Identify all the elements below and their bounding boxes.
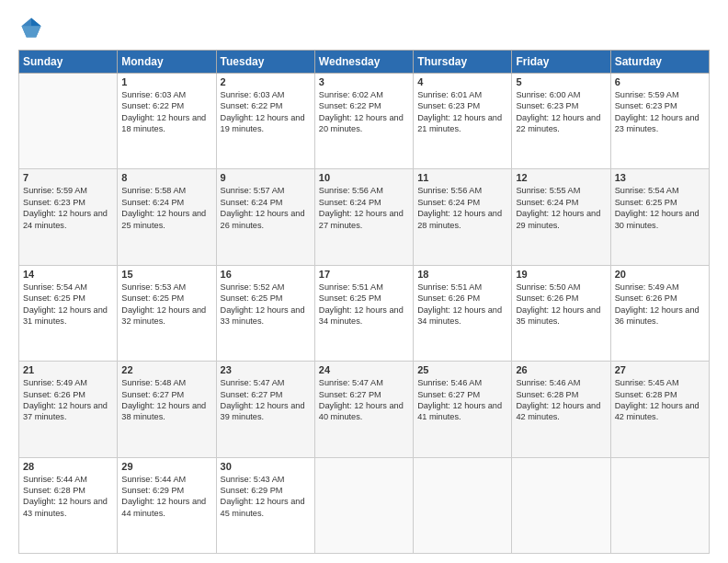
calendar-cell: 8Sunrise: 5:58 AMSunset: 6:24 PMDaylight… bbox=[118, 169, 216, 265]
day-number: 7 bbox=[23, 172, 113, 183]
day-number: 12 bbox=[516, 172, 606, 183]
calendar-cell: 9Sunrise: 5:57 AMSunset: 6:24 PMDaylight… bbox=[216, 169, 314, 265]
weekday-header-friday: Friday bbox=[512, 51, 610, 74]
day-info: Sunrise: 5:47 AMSunset: 6:27 PMDaylight:… bbox=[319, 377, 409, 423]
calendar-cell: 15Sunrise: 5:53 AMSunset: 6:25 PMDayligh… bbox=[118, 265, 216, 361]
weekday-header-tuesday: Tuesday bbox=[216, 51, 314, 74]
page: SundayMondayTuesdayWednesdayThursdayFrid… bbox=[0, 0, 728, 563]
calendar-week-2: 7Sunrise: 5:59 AMSunset: 6:23 PMDaylight… bbox=[19, 169, 710, 265]
day-number: 21 bbox=[23, 364, 113, 375]
calendar-cell: 27Sunrise: 5:45 AMSunset: 6:28 PMDayligh… bbox=[610, 362, 709, 457]
calendar-cell: 20Sunrise: 5:49 AMSunset: 6:26 PMDayligh… bbox=[610, 265, 709, 361]
calendar-cell: 24Sunrise: 5:47 AMSunset: 6:27 PMDayligh… bbox=[314, 362, 413, 457]
day-info: Sunrise: 5:50 AMSunset: 6:26 PMDaylight:… bbox=[516, 282, 606, 327]
day-number: 2 bbox=[221, 76, 311, 87]
calendar-cell: 6Sunrise: 5:59 AMSunset: 6:23 PMDaylight… bbox=[610, 74, 709, 169]
svg-marker-1 bbox=[31, 18, 41, 27]
calendar-cell bbox=[314, 457, 413, 553]
day-info: Sunrise: 5:56 AMSunset: 6:24 PMDaylight:… bbox=[417, 185, 507, 231]
calendar-cell: 1Sunrise: 6:03 AMSunset: 6:22 PMDaylight… bbox=[118, 74, 216, 169]
weekday-header-monday: Monday bbox=[118, 51, 216, 74]
calendar-cell: 29Sunrise: 5:44 AMSunset: 6:29 PMDayligh… bbox=[118, 457, 216, 553]
calendar-cell: 25Sunrise: 5:46 AMSunset: 6:27 PMDayligh… bbox=[414, 362, 512, 457]
calendar-cell bbox=[414, 457, 512, 553]
calendar-header-row: SundayMondayTuesdayWednesdayThursdayFrid… bbox=[19, 51, 710, 74]
day-number: 15 bbox=[121, 269, 211, 280]
day-info: Sunrise: 5:43 AMSunset: 6:29 PMDaylight:… bbox=[221, 474, 311, 520]
day-info: Sunrise: 5:49 AMSunset: 6:26 PMDaylight:… bbox=[615, 282, 705, 327]
calendar-week-5: 28Sunrise: 5:44 AMSunset: 6:28 PMDayligh… bbox=[19, 457, 710, 553]
calendar-cell: 23Sunrise: 5:47 AMSunset: 6:27 PMDayligh… bbox=[216, 362, 314, 457]
day-number: 23 bbox=[221, 364, 311, 375]
day-number: 5 bbox=[516, 76, 606, 87]
day-info: Sunrise: 6:03 AMSunset: 6:22 PMDaylight:… bbox=[121, 89, 211, 135]
day-info: Sunrise: 5:51 AMSunset: 6:26 PMDaylight:… bbox=[417, 282, 507, 327]
day-number: 6 bbox=[615, 76, 705, 87]
day-number: 22 bbox=[121, 364, 211, 375]
day-info: Sunrise: 5:59 AMSunset: 6:23 PMDaylight:… bbox=[615, 89, 705, 135]
day-info: Sunrise: 5:49 AMSunset: 6:26 PMDaylight:… bbox=[23, 377, 113, 423]
day-info: Sunrise: 5:54 AMSunset: 6:25 PMDaylight:… bbox=[615, 185, 705, 231]
day-number: 10 bbox=[319, 172, 409, 183]
day-number: 24 bbox=[319, 364, 409, 375]
calendar-table: SundayMondayTuesdayWednesdayThursdayFrid… bbox=[18, 50, 710, 554]
day-number: 29 bbox=[121, 461, 211, 472]
day-info: Sunrise: 5:57 AMSunset: 6:24 PMDaylight:… bbox=[221, 185, 311, 231]
calendar-cell: 12Sunrise: 5:55 AMSunset: 6:24 PMDayligh… bbox=[512, 169, 610, 265]
logo-icon bbox=[18, 15, 44, 40]
day-info: Sunrise: 5:58 AMSunset: 6:24 PMDaylight:… bbox=[121, 185, 211, 231]
day-number: 13 bbox=[615, 172, 705, 183]
calendar-cell: 17Sunrise: 5:51 AMSunset: 6:25 PMDayligh… bbox=[314, 265, 413, 361]
day-number: 11 bbox=[417, 172, 507, 183]
calendar-week-1: 1Sunrise: 6:03 AMSunset: 6:22 PMDaylight… bbox=[19, 74, 710, 169]
day-info: Sunrise: 5:55 AMSunset: 6:24 PMDaylight:… bbox=[516, 185, 606, 231]
calendar-cell: 13Sunrise: 5:54 AMSunset: 6:25 PMDayligh… bbox=[610, 169, 709, 265]
day-info: Sunrise: 6:01 AMSunset: 6:23 PMDaylight:… bbox=[417, 89, 507, 135]
weekday-header-wednesday: Wednesday bbox=[314, 51, 413, 74]
calendar-cell: 5Sunrise: 6:00 AMSunset: 6:23 PMDaylight… bbox=[512, 74, 610, 169]
weekday-header-thursday: Thursday bbox=[414, 51, 512, 74]
day-number: 25 bbox=[417, 364, 507, 375]
day-info: Sunrise: 6:00 AMSunset: 6:23 PMDaylight:… bbox=[516, 89, 606, 135]
day-info: Sunrise: 5:46 AMSunset: 6:28 PMDaylight:… bbox=[516, 377, 606, 423]
calendar-cell: 21Sunrise: 5:49 AMSunset: 6:26 PMDayligh… bbox=[19, 362, 118, 457]
weekday-header-sunday: Sunday bbox=[19, 51, 118, 74]
day-number: 28 bbox=[23, 461, 113, 472]
logo bbox=[18, 15, 48, 40]
day-number: 19 bbox=[516, 269, 606, 280]
day-info: Sunrise: 5:59 AMSunset: 6:23 PMDaylight:… bbox=[23, 185, 113, 231]
calendar-cell: 28Sunrise: 5:44 AMSunset: 6:28 PMDayligh… bbox=[19, 457, 118, 553]
calendar-week-4: 21Sunrise: 5:49 AMSunset: 6:26 PMDayligh… bbox=[19, 362, 710, 457]
day-info: Sunrise: 5:44 AMSunset: 6:28 PMDaylight:… bbox=[23, 474, 113, 520]
day-number: 1 bbox=[121, 76, 211, 87]
day-number: 8 bbox=[121, 172, 211, 183]
calendar-cell: 14Sunrise: 5:54 AMSunset: 6:25 PMDayligh… bbox=[19, 265, 118, 361]
day-info: Sunrise: 5:53 AMSunset: 6:25 PMDaylight:… bbox=[121, 282, 211, 327]
calendar-cell: 11Sunrise: 5:56 AMSunset: 6:24 PMDayligh… bbox=[414, 169, 512, 265]
calendar-cell: 3Sunrise: 6:02 AMSunset: 6:22 PMDaylight… bbox=[314, 74, 413, 169]
day-number: 30 bbox=[221, 461, 311, 472]
day-number: 27 bbox=[615, 364, 705, 375]
header bbox=[18, 15, 710, 40]
calendar-cell: 22Sunrise: 5:48 AMSunset: 6:27 PMDayligh… bbox=[118, 362, 216, 457]
calendar-cell bbox=[512, 457, 610, 553]
calendar-cell bbox=[19, 74, 118, 169]
svg-marker-2 bbox=[22, 26, 41, 37]
calendar-cell: 7Sunrise: 5:59 AMSunset: 6:23 PMDaylight… bbox=[19, 169, 118, 265]
calendar-cell: 30Sunrise: 5:43 AMSunset: 6:29 PMDayligh… bbox=[216, 457, 314, 553]
calendar-cell: 18Sunrise: 5:51 AMSunset: 6:26 PMDayligh… bbox=[414, 265, 512, 361]
day-number: 4 bbox=[417, 76, 507, 87]
day-info: Sunrise: 5:56 AMSunset: 6:24 PMDaylight:… bbox=[319, 185, 409, 231]
day-info: Sunrise: 5:54 AMSunset: 6:25 PMDaylight:… bbox=[23, 282, 113, 327]
day-info: Sunrise: 5:44 AMSunset: 6:29 PMDaylight:… bbox=[121, 474, 211, 520]
weekday-header-saturday: Saturday bbox=[610, 51, 709, 74]
calendar-cell: 19Sunrise: 5:50 AMSunset: 6:26 PMDayligh… bbox=[512, 265, 610, 361]
day-number: 14 bbox=[23, 269, 113, 280]
calendar-cell: 10Sunrise: 5:56 AMSunset: 6:24 PMDayligh… bbox=[314, 169, 413, 265]
day-number: 3 bbox=[319, 76, 409, 87]
day-info: Sunrise: 5:45 AMSunset: 6:28 PMDaylight:… bbox=[615, 377, 705, 423]
day-info: Sunrise: 5:52 AMSunset: 6:25 PMDaylight:… bbox=[221, 282, 311, 327]
calendar-cell: 4Sunrise: 6:01 AMSunset: 6:23 PMDaylight… bbox=[414, 74, 512, 169]
day-number: 20 bbox=[615, 269, 705, 280]
day-info: Sunrise: 5:47 AMSunset: 6:27 PMDaylight:… bbox=[221, 377, 311, 423]
